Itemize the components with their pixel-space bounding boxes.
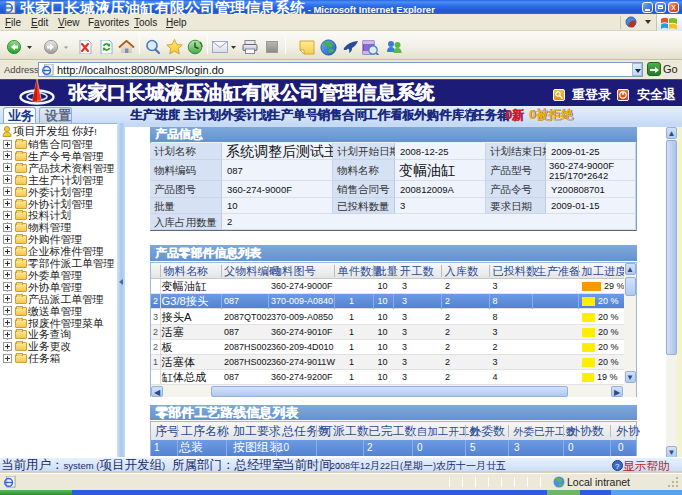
svg-text:?: ?	[615, 462, 620, 471]
